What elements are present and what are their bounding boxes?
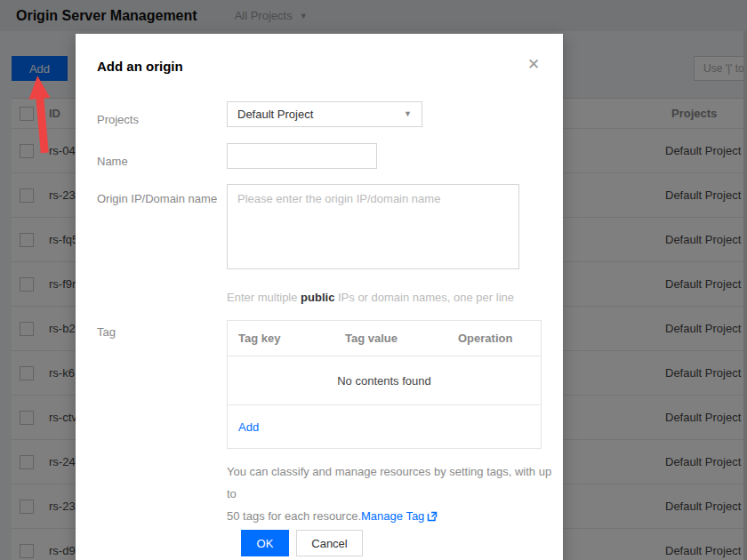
tag-table-header: Tag key Tag value Operation (228, 321, 541, 356)
operation-header: Operation (458, 332, 538, 345)
tag-empty-message: No contents found (228, 356, 541, 405)
projects-select[interactable]: Default Project ▼ (227, 101, 422, 127)
manage-tag-link[interactable]: Manage Tag (361, 509, 424, 523)
name-label: Name (97, 149, 128, 174)
tag-note-line2: 50 tags for each resource. (227, 509, 361, 523)
projects-label: Projects (97, 108, 139, 132)
tag-label: Tag (97, 324, 116, 341)
tag-value-header: Tag value (345, 332, 458, 345)
tag-table: Tag key Tag value Operation No contents … (227, 320, 542, 449)
origin-textarea[interactable] (227, 184, 519, 269)
tag-add-row: Add (228, 405, 541, 448)
ok-button[interactable]: OK (241, 530, 289, 556)
dialog-title: Add an origin (97, 59, 183, 74)
tag-key-header: Tag key (228, 332, 345, 345)
tag-note-line1: You can classify and manage resources by… (227, 460, 558, 505)
origin-label: Origin IP/Domain name (97, 190, 217, 208)
tag-add-link[interactable]: Add (238, 420, 259, 434)
chevron-down-icon: ▼ (404, 102, 412, 126)
add-origin-dialog: Add an origin ✕ Projects Default Project… (76, 34, 563, 560)
cancel-button[interactable]: Cancel (296, 530, 363, 556)
projects-select-value: Default Project (237, 108, 313, 121)
origin-hint: Enter multiple public IPs or domain name… (227, 291, 514, 304)
name-input[interactable] (227, 143, 377, 169)
close-icon[interactable]: ✕ (524, 55, 543, 75)
tag-note: You can classify and manage resources by… (227, 460, 558, 529)
external-link-icon (427, 507, 438, 529)
